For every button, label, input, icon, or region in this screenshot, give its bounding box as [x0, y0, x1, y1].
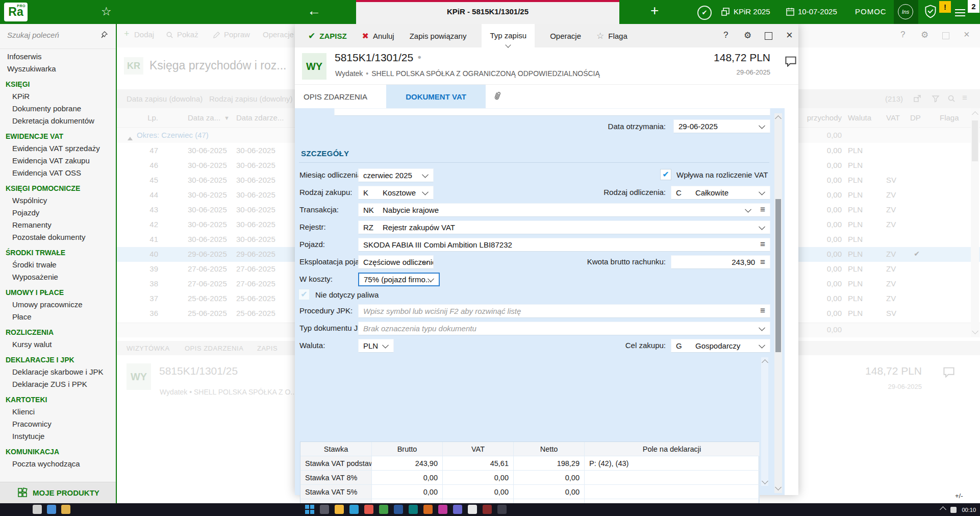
cel-zakupu-select[interactable]: GGospodarczy: [671, 339, 770, 353]
tab-opis-zdarzenia-dialog[interactable]: OPIS ZDARZENIA: [304, 85, 367, 109]
notification-count-badge[interactable]: 2: [968, 0, 979, 13]
sidebar-item[interactable]: Dokumenty pobrane: [0, 103, 116, 115]
taskbar-icon[interactable]: [483, 505, 492, 514]
sidebar-item[interactable]: Pojazdy: [0, 207, 116, 219]
shield-icon[interactable]: [924, 5, 937, 18]
dialog-gear-icon[interactable]: ⚙: [744, 30, 751, 41]
taskbar-icon[interactable]: [47, 505, 56, 514]
clipped-field[interactable]: [334, 108, 770, 116]
sidebar-item[interactable]: Kursy walut: [0, 338, 116, 351]
insert-logo[interactable]: Ins: [894, 0, 918, 24]
wplywa-checkbox[interactable]: ✔: [660, 169, 671, 180]
taskbar-icon[interactable]: [438, 505, 447, 514]
sidebar-item[interactable]: Dekretacja dokumentów: [0, 115, 116, 127]
back-arrow-icon[interactable]: ←: [307, 3, 321, 19]
sidebar-item[interactable]: Ewidencja VAT OSS: [0, 167, 116, 179]
taskbar-icon[interactable]: [453, 505, 462, 514]
procedury-jpk-input[interactable]: Wpisz symbol lub wciśnij F2 aby rozwinąć…: [358, 304, 770, 318]
dialog-close-icon[interactable]: ×: [786, 29, 793, 42]
sidebar-item[interactable]: Infoserwis: [0, 51, 116, 63]
taskbar-icon[interactable]: [320, 505, 329, 514]
table-scroll-up-icon[interactable]: [762, 359, 768, 366]
sidebar-item[interactable]: Płace: [0, 311, 116, 323]
taskbar-icon[interactable]: [33, 505, 42, 514]
table-scrollbar[interactable]: [761, 357, 768, 486]
sidebar-item[interactable]: Wyszukiwarka: [0, 63, 116, 75]
dialog-scroll-down-icon[interactable]: [775, 484, 782, 490]
eksploatacja-select[interactable]: Częściowe odliczenie: [358, 255, 434, 269]
save-button[interactable]: ✔ZAPISZ: [308, 31, 347, 41]
dialog-maximize-icon[interactable]: [765, 32, 772, 40]
taskbar-icon[interactable]: [364, 505, 373, 514]
taskbar-icon[interactable]: [409, 505, 418, 514]
sidebar-item[interactable]: Wyposażenie: [0, 271, 116, 283]
taskbar-icon[interactable]: [497, 505, 507, 514]
list-picker-icon[interactable]: ≡: [760, 239, 765, 250]
alert-badge[interactable]: !: [939, 1, 951, 13]
w-koszty-select[interactable]: 75% (pojazd firmo...: [358, 273, 440, 286]
rejestr-select[interactable]: RZRejestr zakupów VAT: [358, 220, 770, 234]
sidebar-item[interactable]: KPiR: [0, 90, 116, 103]
taskbar-icon[interactable]: [335, 505, 344, 514]
list-picker-icon[interactable]: ≡: [760, 257, 765, 267]
paperclip-icon[interactable]: [491, 89, 504, 103]
status-check-icon[interactable]: ✔: [697, 6, 712, 20]
sidebar-item[interactable]: Poczta wychodząca: [0, 458, 116, 470]
miesiac-select[interactable]: czerwiec 2025: [358, 168, 434, 182]
pojazd-field[interactable]: SKODA FABIA III Combi Ambition LBI87232≡: [358, 238, 770, 252]
company-name[interactable]: KPiR 2025: [734, 7, 770, 16]
waluta-select[interactable]: PLN: [358, 339, 394, 353]
sidebar-item[interactable]: Klienci: [0, 406, 116, 418]
table-scroll-down-icon[interactable]: [762, 478, 768, 484]
pin-icon[interactable]: [100, 31, 108, 39]
taskbar-icon[interactable]: [61, 505, 70, 514]
sidebar-item[interactable]: Remanenty: [0, 219, 116, 231]
clock[interactable]: 00:10: [962, 507, 976, 513]
sidebar-item-moje-produkty[interactable]: MOJE PRODUKTY: [0, 482, 116, 503]
sidebar-item[interactable]: Umowy pracownicze: [0, 299, 116, 311]
new-tab-icon[interactable]: +: [650, 3, 659, 19]
favorite-star-icon[interactable]: ☆: [101, 5, 112, 18]
taskbar-icon[interactable]: [468, 505, 477, 514]
tab-dokument-vat[interactable]: DOKUMENT VAT: [386, 85, 486, 109]
sidebar-item[interactable]: Ewidencja VAT zakupu: [0, 155, 116, 167]
typ-dokumentu-jpk-select[interactable]: Brak oznaczenia typu dokumentu: [358, 322, 770, 335]
dialog-scroll-up-icon[interactable]: [775, 115, 782, 122]
related-entry-button[interactable]: Zapis powiązany: [410, 32, 467, 40]
current-date[interactable]: 10-07-2025: [798, 7, 837, 16]
tray-icon[interactable]: [950, 507, 957, 513]
list-picker-icon[interactable]: ≡: [760, 205, 765, 215]
dialog-operations-menu[interactable]: Operacje: [550, 32, 581, 40]
nie-dotyczy-paliwa-checkbox[interactable]: ✔: [298, 289, 310, 300]
dialog-scroll-thumb[interactable]: [775, 199, 781, 352]
dialog-help-icon[interactable]: ?: [723, 30, 728, 40]
hamburger-menu-icon[interactable]: [955, 7, 965, 18]
taskbar-icon[interactable]: [394, 505, 403, 514]
help-menu[interactable]: POMOC: [855, 7, 887, 16]
taskbar-icon[interactable]: [423, 505, 433, 514]
kwota-brutto-field[interactable]: 243,90≡: [671, 255, 770, 269]
sidebar-item[interactable]: Instytucje: [0, 430, 116, 443]
sidebar-item[interactable]: Pozostałe dokumenty: [0, 231, 116, 243]
command-search[interactable]: Szukaj poleceń: [0, 24, 116, 49]
sidebar-item[interactable]: Deklaracje ZUS i PPK: [0, 378, 116, 390]
list-picker-icon[interactable]: ≡: [760, 306, 765, 316]
flag-button[interactable]: ☆Flaga: [596, 31, 627, 41]
comment-bubble-icon[interactable]: [785, 56, 797, 67]
rodzaj-odliczenia-select[interactable]: CCałkowite: [671, 186, 770, 200]
taskbar-icon[interactable]: [379, 505, 388, 514]
app-logo[interactable]: Ra PRO: [4, 3, 28, 21]
sidebar-item[interactable]: Ewidencja VAT sprzedaży: [0, 142, 116, 155]
sidebar-item[interactable]: Deklaracje skarbowe i JPK: [0, 366, 116, 378]
dialog-scrollbar[interactable]: [774, 113, 782, 493]
tray-expand-icon[interactable]: [940, 506, 947, 513]
taskbar-icon[interactable]: [349, 505, 359, 514]
transakcja-select[interactable]: NKNabycie krajowe≡: [358, 203, 770, 217]
entry-type-menu[interactable]: Typ zapisu: [482, 24, 535, 47]
data-otrzymania-select[interactable]: 29-06-2025: [673, 119, 770, 133]
windows-start-icon[interactable]: [305, 505, 314, 514]
tab-kpir-document[interactable]: KPiR - 5815K1/1301/25: [356, 0, 619, 24]
sidebar-item[interactable]: Środki trwałe: [0, 259, 116, 271]
rodzaj-zakupu-select[interactable]: KKosztowe: [358, 186, 434, 200]
sidebar-item[interactable]: Wspólnicy: [0, 194, 116, 207]
